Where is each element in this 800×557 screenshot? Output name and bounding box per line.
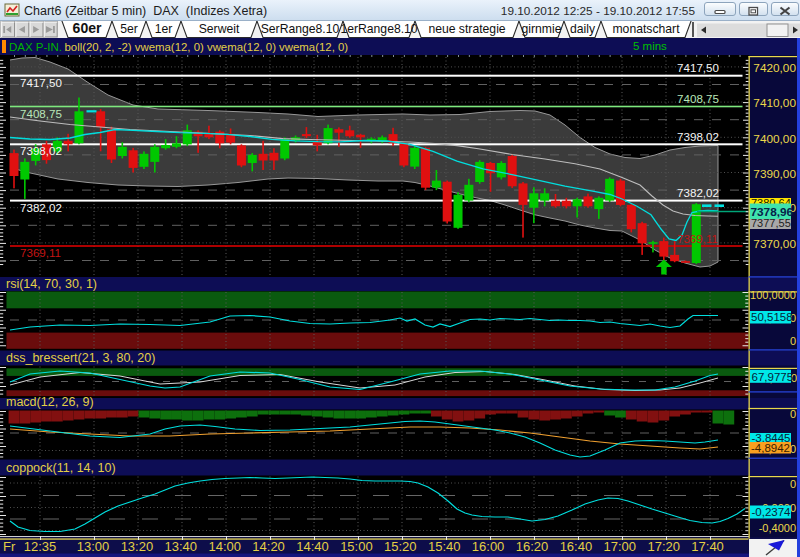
svg-text:-0,4000: -0,4000 — [759, 522, 796, 534]
svg-text:7417,50: 7417,50 — [20, 76, 62, 89]
svg-text:monatschart: monatschart — [612, 22, 680, 36]
svg-text:100,0000: 100,0000 — [750, 289, 796, 301]
svg-text:7398,02: 7398,02 — [677, 130, 719, 143]
svg-text:7369,11: 7369,11 — [20, 246, 61, 259]
svg-text:5 mins: 5 mins — [633, 40, 667, 52]
svg-text:15:00: 15:00 — [340, 539, 373, 554]
svg-text:17:40: 17:40 — [691, 539, 724, 554]
svg-text:17:20: 17:20 — [647, 539, 680, 554]
svg-text:16:40: 16:40 — [560, 539, 593, 554]
svg-text:Serweit: Serweit — [199, 22, 240, 36]
svg-text:DAX P-IN.: DAX P-IN. — [9, 41, 62, 53]
svg-text:50,5158: 50,5158 — [751, 311, 793, 323]
svg-text:14:00: 14:00 — [208, 539, 241, 554]
svg-text:neue strategie: neue strategie — [428, 22, 505, 36]
svg-text:16:20: 16:20 — [516, 539, 549, 554]
svg-text:7382,02: 7382,02 — [20, 201, 62, 214]
svg-text:60er: 60er — [73, 21, 102, 36]
svg-text:7390,00: 7390,00 — [753, 167, 796, 181]
svg-text:0: 0 — [790, 408, 796, 420]
svg-text:dss_bressert(21, 3, 80, 20): dss_bressert(21, 3, 80, 20) — [6, 351, 155, 365]
svg-text:-0,2374: -0,2374 — [752, 506, 792, 518]
svg-text:7382,02: 7382,02 — [677, 186, 719, 199]
svg-text:5er: 5er — [120, 22, 138, 36]
svg-text:0: 0 — [790, 478, 796, 490]
svg-text:13:40: 13:40 — [165, 539, 198, 554]
svg-text:Fr: Fr — [3, 539, 16, 554]
svg-text:coppock(11, 14, 10): coppock(11, 14, 10) — [6, 461, 116, 475]
svg-text:boll(20, 2, -2) vwema(12, 0) v: boll(20, 2, -2) vwema(12, 0) vwema(12, 0… — [65, 41, 349, 53]
svg-text:macd(12, 26, 9): macd(12, 26, 9) — [6, 395, 94, 409]
svg-text:7410,00: 7410,00 — [753, 96, 796, 110]
svg-text:7408,75: 7408,75 — [20, 107, 62, 120]
svg-text:13:00: 13:00 — [77, 539, 110, 554]
svg-text:15:40: 15:40 — [428, 539, 461, 554]
svg-text:7417,50: 7417,50 — [677, 61, 719, 74]
svg-text:rsi(14, 70, 30, 1): rsi(14, 70, 30, 1) — [6, 277, 97, 291]
svg-text:SerRange8.10: SerRange8.10 — [261, 22, 340, 36]
svg-text:-4,8942: -4,8942 — [751, 442, 790, 454]
svg-text:17:00: 17:00 — [604, 539, 637, 554]
svg-text:7378,96: 7378,96 — [751, 205, 794, 219]
svg-text:7370,00: 7370,00 — [753, 237, 796, 251]
svg-text:1er: 1er — [155, 22, 173, 36]
svg-text:7398,02: 7398,02 — [20, 144, 62, 157]
svg-text:1erRange8.10: 1erRange8.10 — [340, 22, 417, 36]
svg-text:14:20: 14:20 — [252, 539, 285, 554]
svg-text:daily: daily — [570, 22, 596, 36]
svg-text:12:35: 12:35 — [24, 539, 57, 554]
svg-text:7369,11: 7369,11 — [677, 232, 718, 245]
svg-text:16:00: 16:00 — [472, 539, 505, 554]
svg-text:0: 0 — [790, 335, 796, 347]
svg-text:15:20: 15:20 — [384, 539, 417, 554]
svg-text:7420,00: 7420,00 — [753, 61, 796, 75]
svg-text:7400,00: 7400,00 — [753, 132, 796, 146]
svg-text:14:40: 14:40 — [296, 539, 329, 554]
svg-text:7408,75: 7408,75 — [677, 92, 719, 105]
svg-text:13:20: 13:20 — [121, 539, 154, 554]
svg-text:67,9775: 67,9775 — [752, 371, 794, 383]
svg-text:girnmie: girnmie — [522, 22, 562, 36]
